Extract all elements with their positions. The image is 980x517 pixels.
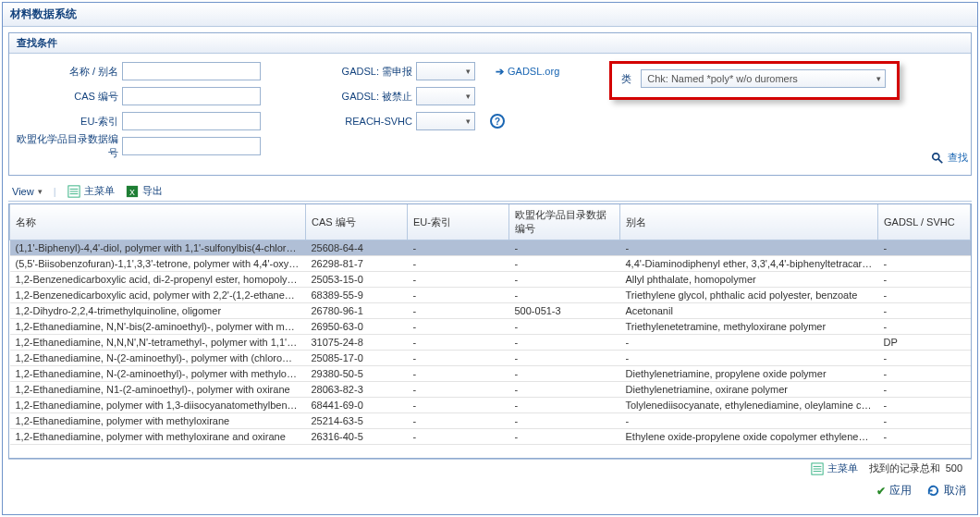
cell-name: 1,2-Dihydro-2,2,4-trimethylquinoline, ol…: [10, 303, 306, 319]
arrow-right-icon: ➔: [496, 66, 504, 78]
cell-name: 1,2-Benzenedicarboxylic acid, di-2-prope…: [10, 272, 306, 288]
cell-gadsl: -: [878, 288, 971, 303]
cell-eunum: -: [509, 382, 620, 398]
eu-input[interactable]: [122, 112, 261, 130]
svg-text:X: X: [129, 187, 135, 196]
cell-eu: -: [408, 413, 509, 429]
table-row[interactable]: 1,2-Ethanediamine, N1-(2-aminoethyl)-, p…: [10, 382, 971, 398]
table-row[interactable]: (5,5'-Biisobenzofuran)-1,1',3,3'-tetrone…: [10, 256, 971, 272]
cell-eunum: -: [509, 272, 620, 288]
reach-select[interactable]: ▾: [416, 112, 475, 130]
gadsl-report-select[interactable]: ▾: [416, 62, 475, 80]
table-row[interactable]: 1,2-Ethanediamine, polymer with 1,3-diis…: [10, 398, 971, 413]
cell-cas: 26298-81-7: [306, 256, 408, 272]
cell-cas: 29380-50-5: [306, 366, 408, 382]
col-name[interactable]: 名称: [10, 204, 306, 240]
cell-eu: -: [408, 429, 509, 445]
eucat-label: 欧盟化学品目录数据编号: [17, 132, 118, 160]
cell-eu: -: [408, 303, 509, 319]
class-select[interactable]: Chk: Named *poly* w/o duromers ▾: [641, 69, 886, 88]
table-row[interactable]: 1,2-Benzenedicarboxylic acid, polymer wi…: [10, 288, 971, 303]
table-row[interactable]: 1,2-Ethanediamine, polymer with methylox…: [10, 429, 971, 445]
help-icon[interactable]: ?: [490, 114, 505, 129]
table-row[interactable]: 1,2-Ethanediamine, N,N,N',N'-tetramethyl…: [10, 335, 971, 351]
table-row[interactable]: 1,2-Dihydro-2,2,4-trimethylquinoline, ol…: [10, 303, 971, 319]
cas-input[interactable]: [122, 87, 261, 105]
results-grid: 名称 CAS 编号 EU-索引 欧盟化学品目录数据编号 别名 GADSL / S…: [8, 203, 972, 459]
cell-cas: 26950-63-0: [306, 319, 408, 335]
export-button[interactable]: X 导出: [126, 184, 163, 198]
cell-alias: Diethylenetriamine, propylene oxide poly…: [620, 366, 878, 382]
class-filter-highlight: 类 Chk: Named *poly* w/o duromers ▾: [609, 61, 900, 100]
gadsl-ban-label: GADSL: 被禁止: [338, 90, 412, 104]
cell-gadsl: -: [878, 272, 971, 288]
cell-eunum: 500-051-3: [509, 303, 620, 319]
cell-alias: Diethylenetriamine, oxirane polymer: [620, 382, 878, 398]
cell-gadsl: -: [878, 429, 971, 445]
cell-eunum: -: [509, 351, 620, 366]
cell-eunum: -: [509, 366, 620, 382]
cell-alias: -: [620, 335, 878, 351]
gadsl-ban-select[interactable]: ▾: [416, 87, 475, 105]
cell-name: 1,2-Ethanediamine, N-(2-aminoethyl)-, po…: [10, 351, 306, 366]
reach-label: REACH-SVHC: [338, 116, 412, 127]
cell-cas: 25085-17-0: [306, 351, 408, 366]
cell-eu: -: [408, 382, 509, 398]
window-title: 材料数据系统: [3, 3, 977, 27]
cell-gadsl: -: [878, 303, 971, 319]
cell-gadsl: -: [878, 256, 971, 272]
chevron-down-icon: ▾: [876, 74, 881, 83]
table-row[interactable]: 1,2-Ethanediamine, polymer with methylox…: [10, 413, 971, 429]
apply-button[interactable]: ✔应用: [876, 483, 912, 499]
name-input[interactable]: [122, 62, 261, 80]
cell-alias: 4,4'-Diaminodiphenyl ether, 3,3',4,4'-bi…: [620, 256, 878, 272]
cell-cas: 25214-63-5: [306, 413, 408, 429]
search-panel: 查找条件 名称 / 别名 CAS 编号 EU-索引 欧盟化学品目录数据编号 GA…: [8, 32, 972, 176]
cell-name: 1,2-Ethanediamine, N1-(2-aminoethyl)-, p…: [10, 382, 306, 398]
table-row[interactable]: 1,2-Ethanediamine, N,N'-bis(2-aminoethyl…: [10, 319, 971, 335]
cell-name: 1,2-Benzenedicarboxylic acid, polymer wi…: [10, 288, 306, 303]
table-row[interactable]: 1,2-Ethanediamine, N-(2-aminoethyl)-, po…: [10, 366, 971, 382]
search-button[interactable]: 查找: [948, 151, 968, 165]
cell-gadsl: -: [878, 398, 971, 413]
cell-eu: -: [408, 366, 509, 382]
gadsl-link[interactable]: ➔GADSL.org: [496, 66, 559, 78]
cell-alias: Triethylenetetramine, methyloxirane poly…: [620, 319, 878, 335]
cell-eu: -: [408, 256, 509, 272]
col-eu[interactable]: EU-索引: [408, 204, 509, 240]
name-label: 名称 / 别名: [17, 65, 118, 79]
cell-cas: 68389-55-9: [306, 288, 408, 303]
cell-eu: -: [408, 319, 509, 335]
cell-name: 1,2-Ethanediamine, polymer with methylox…: [10, 429, 306, 445]
col-cas[interactable]: CAS 编号: [306, 204, 408, 240]
table-row[interactable]: (1,1'-Biphenyl)-4,4'-diol, polymer with …: [10, 240, 971, 256]
cell-cas: 25053-15-0: [306, 272, 408, 288]
cell-eunum: -: [509, 335, 620, 351]
total-label: 找到的记录总和: [869, 462, 940, 474]
cell-eunum: -: [509, 256, 620, 272]
col-gadsl[interactable]: GADSL / SVHC: [878, 204, 971, 240]
view-button[interactable]: View ▾: [12, 186, 43, 197]
cell-cas: 25608-64-4: [306, 240, 408, 256]
main-menu-button[interactable]: 主菜单: [67, 184, 115, 198]
excel-icon: X: [126, 185, 139, 198]
eucat-input[interactable]: [122, 137, 261, 155]
table-row[interactable]: 1,2-Benzenedicarboxylic acid, di-2-prope…: [10, 272, 971, 288]
total-value: 500: [946, 462, 962, 474]
cell-eunum: -: [509, 240, 620, 256]
cancel-button[interactable]: 取消: [926, 483, 966, 499]
cell-name: 1,2-Ethanediamine, polymer with methylox…: [10, 413, 306, 429]
cell-alias: -: [620, 240, 878, 256]
chevron-down-icon: ▾: [466, 117, 471, 126]
col-eunum[interactable]: 欧盟化学品目录数据编号: [509, 204, 620, 240]
cell-eu: -: [408, 398, 509, 413]
cell-name: (1,1'-Biphenyl)-4,4'-diol, polymer with …: [10, 240, 306, 256]
table-row[interactable]: 1,2-Ethanediamine, N-(2-aminoethyl)-, po…: [10, 351, 971, 366]
menu-icon: [811, 462, 824, 475]
footer-main-menu-button[interactable]: 主菜单: [811, 462, 858, 475]
cell-cas: 28063-82-3: [306, 382, 408, 398]
cell-eu: -: [408, 351, 509, 366]
panel-title: 查找条件: [9, 33, 971, 54]
col-alias[interactable]: 别名: [620, 204, 878, 240]
cell-alias: Tolylenediisocyanate, ethylenediamine, o…: [620, 398, 878, 413]
